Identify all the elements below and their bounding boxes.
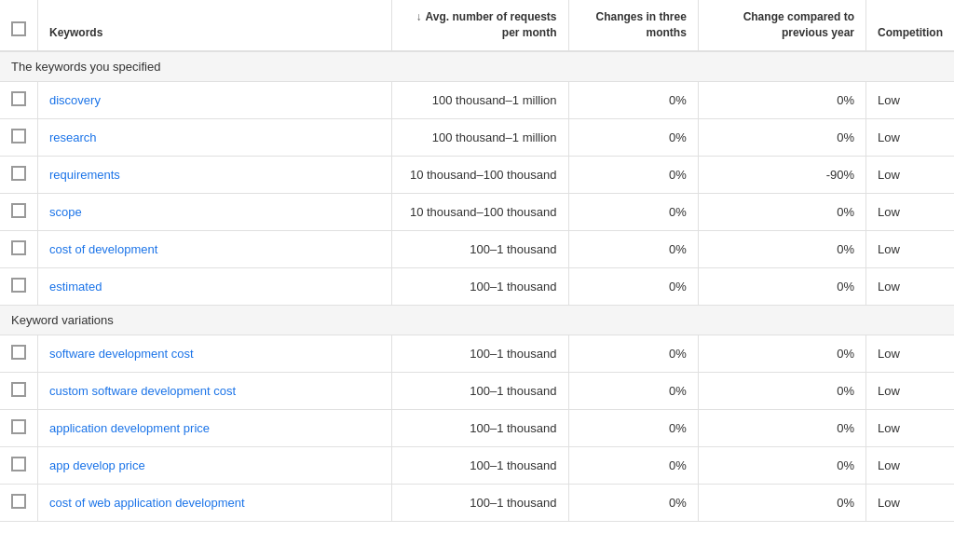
changes-three-months-cell: 0% <box>568 193 698 230</box>
row-checkbox-cell[interactable] <box>0 118 38 156</box>
change-prev-year-cell: 0% <box>698 446 865 484</box>
row-checkbox[interactable] <box>11 382 26 397</box>
change-prev-year-cell: 0% <box>698 81 865 118</box>
avg-requests-cell: 100–1 thousand <box>392 372 569 409</box>
row-checkbox[interactable] <box>11 240 26 255</box>
avg-requests-cell: 100–1 thousand <box>392 484 569 521</box>
keyword-cell[interactable]: application development price <box>38 409 392 446</box>
avg-requests-cell: 10 thousand–100 thousand <box>392 156 569 193</box>
row-checkbox-cell[interactable] <box>0 230 38 267</box>
table-row: cost of web application development100–1… <box>0 484 954 521</box>
competition-cell: Low <box>865 156 954 193</box>
competition-header: Competition <box>865 0 954 51</box>
avg-requests-cell: 100–1 thousand <box>392 446 569 484</box>
row-checkbox-cell[interactable] <box>0 335 38 372</box>
keyword-cell[interactable]: app develop price <box>38 446 392 484</box>
sort-icon: ↓ <box>416 9 422 25</box>
competition-cell: Low <box>865 335 954 372</box>
avg-requests-cell: 100–1 thousand <box>392 230 569 267</box>
keyword-cell[interactable]: requirements <box>38 156 392 193</box>
change-prev-year-cell: 0% <box>698 372 865 409</box>
row-checkbox[interactable] <box>11 278 26 293</box>
changes-three-months-header: Changes in three months <box>568 0 698 51</box>
select-all-checkbox[interactable] <box>11 21 26 36</box>
competition-cell: Low <box>865 372 954 409</box>
avg-requests-cell: 100 thousand–1 million <box>392 118 569 156</box>
keywords-header: Keywords <box>38 0 392 51</box>
change-prev-year-cell: 0% <box>698 118 865 156</box>
avg-requests-cell: 100 thousand–1 million <box>392 81 569 118</box>
table-row: application development price100–1 thous… <box>0 409 954 446</box>
changes-three-months-cell: 0% <box>568 267 698 305</box>
competition-label: Competition <box>878 26 943 39</box>
change-prev-year-cell: 0% <box>698 230 865 267</box>
row-checkbox[interactable] <box>11 129 26 143</box>
row-checkbox[interactable] <box>11 419 26 434</box>
table-row: cost of development100–1 thousand0%0%Low <box>0 230 954 267</box>
change-prev-year-cell: 0% <box>698 193 865 230</box>
row-checkbox[interactable] <box>11 494 26 509</box>
row-checkbox-cell[interactable] <box>0 267 38 305</box>
section-header-specified: The keywords you specified <box>0 51 954 82</box>
row-checkbox-cell[interactable] <box>0 193 38 230</box>
table-row: software development cost100–1 thousand0… <box>0 335 954 372</box>
section-label-specified: The keywords you specified <box>0 51 954 82</box>
keyword-cell[interactable]: scope <box>38 193 392 230</box>
change-prev-year-cell: 0% <box>698 267 865 305</box>
keyword-cell[interactable]: cost of development <box>38 230 392 267</box>
keyword-cell[interactable]: research <box>38 118 392 156</box>
keyword-cell[interactable]: software development cost <box>38 335 392 372</box>
avg-requests-cell: 100–1 thousand <box>392 409 569 446</box>
row-checkbox-cell[interactable] <box>0 372 38 409</box>
changes-three-months-cell: 0% <box>568 446 698 484</box>
avg-requests-header[interactable]: ↓Avg. number of requests per month <box>392 0 569 51</box>
avg-requests-cell: 100–1 thousand <box>392 335 569 372</box>
change-prev-year-cell: 0% <box>698 409 865 446</box>
table-row: custom software development cost100–1 th… <box>0 372 954 409</box>
changes-three-months-cell: 0% <box>568 81 698 118</box>
row-checkbox[interactable] <box>11 91 26 106</box>
changes-three-months-cell: 0% <box>568 484 698 521</box>
changes-three-months-cell: 0% <box>568 335 698 372</box>
avg-requests-cell: 100–1 thousand <box>392 267 569 305</box>
table-row: scope10 thousand–100 thousand0%0%Low <box>0 193 954 230</box>
section-label-variations: Keyword variations <box>0 305 954 335</box>
table-row: app develop price100–1 thousand0%0%Low <box>0 446 954 484</box>
row-checkbox[interactable] <box>11 203 26 218</box>
competition-cell: Low <box>865 267 954 305</box>
changes-three-months-cell: 0% <box>568 372 698 409</box>
row-checkbox[interactable] <box>11 345 26 360</box>
row-checkbox-cell[interactable] <box>0 409 38 446</box>
section-header-variations: Keyword variations <box>0 305 954 335</box>
row-checkbox[interactable] <box>11 457 26 471</box>
changes-three-months-cell: 0% <box>568 156 698 193</box>
change-prev-year-cell: 0% <box>698 484 865 521</box>
competition-cell: Low <box>865 81 954 118</box>
keyword-cell[interactable]: estimated <box>38 267 392 305</box>
avg-requests-cell: 10 thousand–100 thousand <box>392 193 569 230</box>
changes-three-months-cell: 0% <box>568 230 698 267</box>
row-checkbox-cell[interactable] <box>0 484 38 521</box>
row-checkbox-cell[interactable] <box>0 156 38 193</box>
keyword-cell[interactable]: cost of web application development <box>38 484 392 521</box>
table-row: discovery100 thousand–1 million0%0%Low <box>0 81 954 118</box>
table-row: estimated100–1 thousand0%0%Low <box>0 267 954 305</box>
competition-cell: Low <box>865 118 954 156</box>
competition-cell: Low <box>865 230 954 267</box>
competition-cell: Low <box>865 446 954 484</box>
row-checkbox[interactable] <box>11 166 26 181</box>
changes-three-months-cell: 0% <box>568 118 698 156</box>
row-checkbox-cell[interactable] <box>0 81 38 118</box>
change-prev-year-header: Change compared to previous year <box>698 0 865 51</box>
change-prev-year-cell: 0% <box>698 335 865 372</box>
select-all-header[interactable] <box>0 0 38 51</box>
keywords-header-label: Keywords <box>49 26 102 39</box>
change-prev-year-cell: -90% <box>698 156 865 193</box>
competition-cell: Low <box>865 193 954 230</box>
row-checkbox-cell[interactable] <box>0 446 38 484</box>
changes-three-months-cell: 0% <box>568 409 698 446</box>
competition-cell: Low <box>865 409 954 446</box>
keyword-cell[interactable]: discovery <box>38 81 392 118</box>
change-prev-year-label: Change compared to previous year <box>743 10 854 39</box>
keyword-cell[interactable]: custom software development cost <box>38 372 392 409</box>
